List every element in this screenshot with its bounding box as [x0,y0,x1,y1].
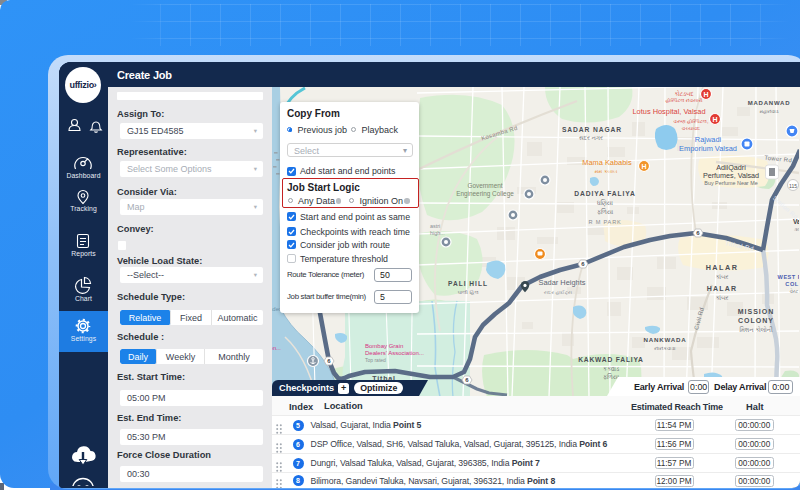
svg-text:હોસ્પિટલ નવસારી: હોસ્પિટલ નવસારી [665,97,703,103]
svg-text:સદર નગર: સદર નગર [579,135,603,141]
svg-text:DADIYA FALIYA: DADIYA FALIYA [574,190,636,197]
svg-text:પાલી હિલ: પાલી હિલ [457,289,478,295]
svg-text:કાંબર: કાંબર [715,274,728,280]
svg-text:Bombay Grain: Bombay Grain [365,343,403,349]
svg-text:Top rated: Top rated [365,357,386,363]
svg-text:HALAR: HALAR [706,263,739,272]
svg-text:Government: Government [467,182,502,189]
svg-text:નાનકવાડા: નાનકવાડા [654,345,676,351]
svg-text:H: H [703,91,708,98]
svg-text:astri: astri [430,223,440,229]
svg-text:મિશન કોલોની: મિશન કોલોની [739,326,772,333]
svg-text:115: 115 [789,183,797,189]
svg-text:MADANWAD: MADANWAD [748,100,791,106]
svg-text:HALAR: HALAR [707,285,738,292]
svg-text:Emporium Valsad: Emporium Valsad [679,144,737,153]
svg-text:H: H [641,163,646,170]
svg-text:Sadar Heights: Sadar Heights [539,278,586,287]
svg-text:કકવાડ: કકવાડ [603,366,619,372]
svg-text:Perfumes, Valsad: Perfumes, Valsad [703,171,759,180]
svg-text:WEST R: WEST R [778,274,799,280]
svg-text:KAKWAD FALIYA: KAKWAD FALIYA [578,356,644,363]
svg-text:ધણિયા: ધણિયા [597,199,614,207]
svg-text:high...: high... [430,230,445,236]
svg-text:૩૯૫: ૩૯૫ [794,226,799,232]
svg-text:NANKWADA: NANKWADA [643,336,686,343]
svg-text:Rajwadi: Rajwadi [695,135,722,144]
svg-text:વરુણ હોસ્પિટલ,: વરુણ હોસ્પિટલ, [674,118,709,124]
svg-text:COLONY: COLONY [738,317,774,324]
svg-text:મહાનવાડ: મહાનવાડ [759,108,778,114]
svg-text:Engineering College: Engineering College [456,190,514,198]
svg-text:Dealers' Association...: Dealers' Association... [365,350,424,356]
svg-text:સદર હાઈટ્સ: સદર હાઈટ્સ [544,289,573,295]
svg-text:R M PARK: R M PARK [588,219,621,225]
svg-text:COL: COL [785,281,798,287]
svg-text:કોટડબદ: કોટડબદ [674,90,693,97]
svg-text:SADAR NAGAR: SADAR NAGAR [562,126,622,133]
svg-text:H: H [712,116,717,123]
svg-text:Mama Kababis: Mama Kababis [582,158,632,167]
svg-text:PALI HILL: PALI HILL [448,280,488,287]
svg-text:વચ્ચાવદ: વચ્ચાવદ [682,125,700,131]
svg-text:વેસ્ટ: વેસ્ટ [790,288,799,294]
svg-text:મમ કબાબ: મમ કબાબ [595,168,619,174]
svg-text:Buy Perfume Near Me: Buy Perfume Near Me [704,180,757,186]
svg-text:Lotus Hospital, Valsad: Lotus Hospital, Valsad [633,107,706,116]
svg-text:કાંબર: કાંબર [715,295,728,301]
svg-text:MISSION: MISSION [738,308,775,315]
svg-text:ફળિયા: ફળિયા [597,208,614,215]
